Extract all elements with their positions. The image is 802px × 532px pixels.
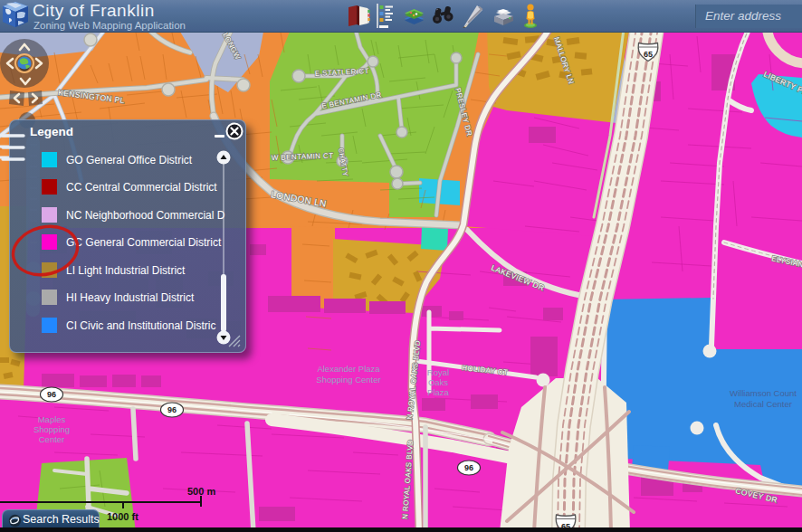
svg-text:65: 65 — [644, 50, 653, 59]
svg-text:Royal: Royal — [427, 367, 449, 377]
svg-text:Plaza: Plaza — [427, 387, 449, 397]
svg-text:96: 96 — [464, 463, 473, 472]
svg-text:Medical Center: Medical Center — [734, 399, 792, 409]
svg-text:Shopping: Shopping — [33, 424, 70, 434]
svg-text:96: 96 — [167, 405, 177, 414]
svg-text:Maples: Maples — [38, 414, 66, 424]
svg-text:Oaks: Oaks — [428, 377, 448, 387]
svg-text:Williamson Count: Williamson Count — [730, 388, 797, 398]
svg-text:96: 96 — [47, 390, 56, 399]
svg-text:1000 ft: 1000 ft — [107, 511, 138, 522]
svg-text:Center: Center — [39, 434, 65, 444]
svg-text:Alexander Plaza: Alexander Plaza — [317, 364, 380, 374]
svg-text:Shopping Center: Shopping Center — [316, 375, 380, 385]
svg-text:500 m: 500 m — [187, 486, 215, 497]
